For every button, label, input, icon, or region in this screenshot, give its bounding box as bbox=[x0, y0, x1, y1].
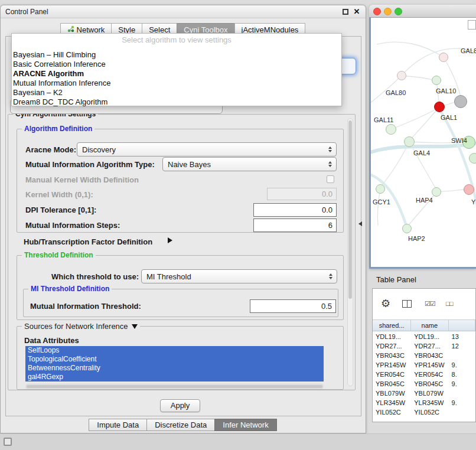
which-threshold-value: MI Threshold bbox=[146, 272, 326, 281]
dpi-tolerance-field[interactable]: 0.0 bbox=[253, 203, 337, 217]
combo-arrows-icon bbox=[326, 273, 335, 279]
network-canvas[interactable]: GAL8GAL80GAL10GAL1GAL11SWI4GAL4GCY1HAP4Y… bbox=[369, 18, 476, 269]
algorithm-option-bayesian-hill-climbing[interactable]: Bayesian – Hill Climbing bbox=[12, 50, 341, 60]
network-node[interactable] bbox=[464, 184, 474, 195]
algorithm-option-aracne-algorithm[interactable]: ARACNE Algorithm bbox=[12, 69, 341, 79]
mi-steps-label: Mutual Information Steps: bbox=[25, 221, 120, 230]
mi-steps-value: 6 bbox=[328, 221, 332, 230]
table-cell: YPR145W bbox=[411, 360, 448, 370]
column-header-name[interactable]: name bbox=[411, 320, 448, 331]
network-node[interactable] bbox=[434, 102, 445, 112]
aracne-mode-label: Aracne Mode: bbox=[25, 145, 76, 154]
network-node[interactable] bbox=[376, 184, 385, 194]
mi-algorithm-type-select[interactable]: Naive Bayes bbox=[162, 157, 337, 171]
table-cell: 8. bbox=[449, 370, 475, 379]
settings-scrollbar[interactable] bbox=[347, 118, 353, 386]
network-window-titlebar[interactable] bbox=[369, 5, 476, 18]
network-node[interactable] bbox=[402, 224, 412, 233]
aracne-mode-select[interactable]: Discovery bbox=[77, 142, 337, 156]
manual-kernel-checkbox[interactable] bbox=[327, 175, 334, 183]
network-node[interactable] bbox=[469, 153, 476, 164]
table-cell: YBR045C bbox=[373, 379, 411, 389]
table-row[interactable]: YBR045CYBR045C9. bbox=[373, 379, 475, 389]
column-header-col2[interactable] bbox=[449, 320, 475, 331]
hub-expand-icon[interactable] bbox=[168, 237, 172, 243]
dpi-tolerance-label: DPI Tolerance [0,1]: bbox=[25, 206, 96, 214]
table-cell: YBR045C bbox=[411, 379, 448, 389]
algorithm-definition-title: Algorithm Definition bbox=[22, 125, 94, 133]
which-threshold-label: Which threshold to use: bbox=[51, 272, 139, 281]
table-body: YDL19...YDL19...13YDR27...YDR27...12YBR0… bbox=[373, 332, 475, 422]
mi-threshold-value: 0.5 bbox=[321, 302, 332, 311]
settings-gear-icon[interactable]: ⚙ bbox=[381, 297, 390, 310]
sources-collapse-icon[interactable] bbox=[132, 324, 138, 329]
panel-collapse-arrow[interactable] bbox=[358, 221, 362, 226]
network-node[interactable] bbox=[397, 71, 406, 80]
algorithm-option-dream8-dc-tdc-algorithm[interactable]: Dream8 DC_TDC Algorithm bbox=[12, 97, 341, 107]
table-row[interactable]: YER054CYER054C8. bbox=[373, 370, 475, 379]
zoom-traffic-light[interactable] bbox=[395, 8, 402, 15]
table-row[interactable]: YIL052CYIL052C bbox=[373, 407, 475, 417]
table-cell: YBL079W bbox=[373, 389, 411, 398]
bottom-tab-infer-network[interactable]: Infer Network bbox=[214, 419, 276, 431]
manual-kernel-label: Manual Kernel Width Definition bbox=[25, 175, 139, 184]
network-node[interactable] bbox=[432, 187, 441, 197]
table-cell: YBR043C bbox=[373, 351, 411, 360]
table-row[interactable]: YDR27...YDR27...12 bbox=[373, 341, 475, 351]
which-threshold-select[interactable]: MI Threshold bbox=[141, 269, 337, 283]
table-cell: YBL079W bbox=[411, 389, 448, 398]
network-node[interactable] bbox=[432, 76, 441, 85]
bottom-strip bbox=[0, 433, 476, 450]
network-node[interactable] bbox=[404, 136, 415, 147]
close-icon[interactable]: ✕ bbox=[351, 5, 362, 18]
attribute-item-gal4rgexp[interactable]: gal4RGexp bbox=[25, 373, 324, 381]
node-label-hap2: HAP2 bbox=[408, 235, 425, 242]
float-window-icon[interactable] bbox=[343, 9, 348, 15]
table-cell: YPR145W bbox=[373, 360, 411, 370]
network-node[interactable] bbox=[439, 53, 448, 62]
mi-threshold-label: Mutual Information Threshold: bbox=[30, 302, 141, 311]
attribute-item-selfloops[interactable]: SelfLoops bbox=[25, 346, 324, 355]
attributes-scrollbar-thumb[interactable] bbox=[27, 385, 322, 388]
minimize-traffic-light[interactable] bbox=[384, 8, 392, 15]
network-node[interactable] bbox=[386, 124, 396, 135]
table-row[interactable]: YBL079WYBL079W bbox=[373, 389, 475, 398]
select-all-checkbox-icon[interactable]: ☑☑ bbox=[425, 300, 435, 308]
table-cell: 9. bbox=[449, 360, 475, 370]
sources-group-title: Sources for Network Inference bbox=[22, 322, 140, 331]
threshold-definition-group: Threshold Definition Which threshold to … bbox=[17, 255, 344, 320]
attribute-item-topologicalcoefficient[interactable]: TopologicalCoefficient bbox=[25, 355, 324, 364]
columns-icon[interactable] bbox=[402, 300, 412, 308]
deselect-all-checkbox-icon[interactable]: □□ bbox=[446, 300, 452, 307]
minimized-panel-icon[interactable] bbox=[4, 438, 12, 446]
table-row[interactable]: YLR345WYLR345W9. bbox=[373, 398, 475, 407]
network-node[interactable] bbox=[454, 95, 467, 108]
mi-steps-field[interactable]: 6 bbox=[253, 219, 337, 232]
table-cell bbox=[449, 389, 475, 398]
algorithm-option-basic-correlation-inference[interactable]: Basic Correlation Inference bbox=[12, 60, 341, 69]
canvas-corner-box[interactable] bbox=[468, 20, 476, 30]
algorithm-option-mutual-information-inference[interactable]: Mutual Information Inference bbox=[12, 79, 341, 88]
table-cell: YIL052C bbox=[411, 407, 448, 417]
control-panel-window: Control Panel ✕ NetworkStyleSelectCyni T… bbox=[0, 5, 366, 433]
control-panel-titlebar[interactable]: Control Panel bbox=[1, 5, 366, 18]
attributes-scrollbar[interactable] bbox=[25, 384, 324, 389]
aracne-mode-value: Discovery bbox=[82, 145, 325, 154]
settings-scrollbar-thumb[interactable] bbox=[348, 120, 352, 299]
close-traffic-light[interactable] bbox=[373, 8, 381, 15]
bottom-tab-discretize-data[interactable]: Discretize Data bbox=[146, 419, 215, 431]
mi-threshold-field[interactable]: 0.5 bbox=[250, 299, 336, 313]
table-row[interactable]: YPR145WYPR145W9. bbox=[373, 360, 475, 370]
table-cell: YDR27... bbox=[373, 341, 411, 351]
column-header-shared[interactable]: shared... bbox=[373, 320, 411, 331]
algorithm-option-bayesian-k2[interactable]: Bayesian – K2 bbox=[12, 88, 341, 97]
bottom-tab-impute-data[interactable]: Impute Data bbox=[89, 419, 147, 431]
apply-button[interactable]: Apply bbox=[160, 399, 200, 412]
network-view-window: GAL8GAL80GAL10GAL1GAL11SWI4GAL4GCY1HAP4Y… bbox=[369, 5, 476, 269]
table-row[interactable]: YBR043CYBR043C bbox=[373, 351, 475, 360]
node-label-gal10: GAL10 bbox=[436, 87, 456, 94]
table-row[interactable]: YDL19...YDL19...13 bbox=[373, 332, 475, 341]
mi-algorithm-type-value: Naive Bayes bbox=[168, 160, 325, 169]
table-cell bbox=[449, 351, 475, 360]
attribute-item-betweennesscentrality[interactable]: BetweennessCentrality bbox=[25, 364, 324, 373]
